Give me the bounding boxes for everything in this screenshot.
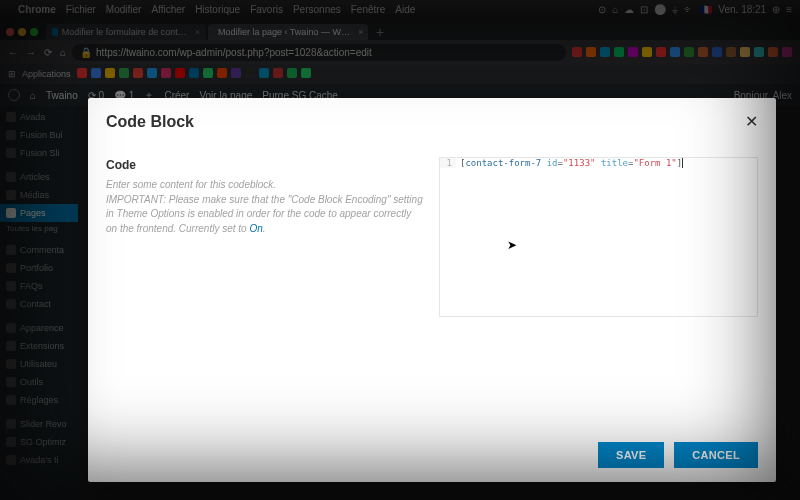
code-info-panel: Code Enter some content for this codeblo…	[106, 157, 425, 432]
code-section-heading: Code	[106, 157, 425, 174]
code-desc-line: Enter some content for this codeblock.	[106, 179, 276, 190]
save-button[interactable]: SAVE	[598, 442, 664, 468]
code-encoding-link[interactable]: On	[249, 223, 262, 234]
code-editor[interactable]: 1 [contact-form-7 id="1133" title="Form …	[439, 157, 758, 317]
cancel-button[interactable]: CANCEL	[674, 442, 758, 468]
code-content[interactable]: [contact-form-7 id="1133" title="Form 1"…	[456, 158, 683, 168]
modal-title: Code Block	[106, 113, 194, 131]
code-block-modal: Code Block ✕ Code Enter some content for…	[88, 98, 776, 482]
line-number: 1	[440, 158, 456, 168]
close-modal-button[interactable]: ✕	[745, 112, 758, 131]
